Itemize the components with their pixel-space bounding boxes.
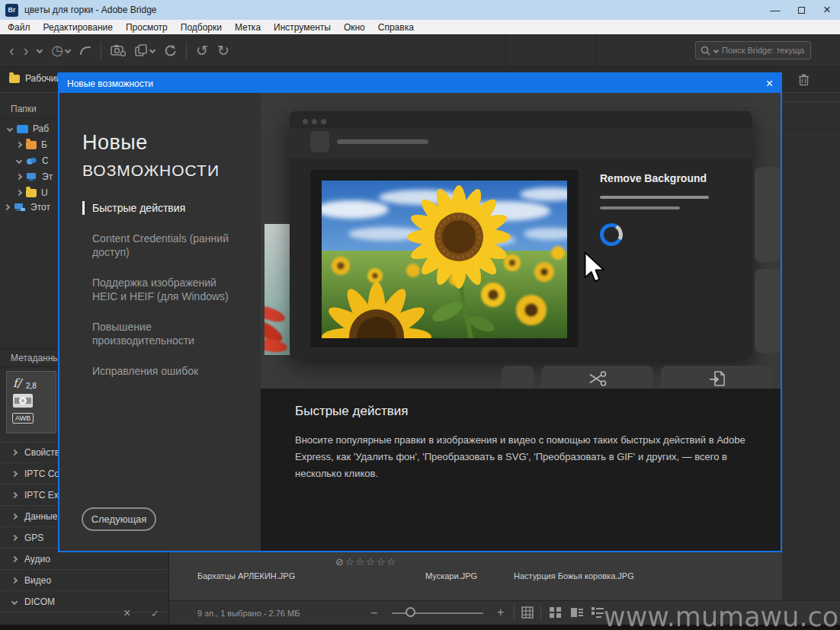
maximize-button[interactable]: [788, 0, 814, 20]
tab-metadata[interactable]: Метаданны: [11, 353, 59, 363]
export-file-icon: [709, 370, 726, 387]
metadata-apply-icon[interactable]: ✓: [151, 608, 159, 619]
exposure-meter-icon: [12, 393, 34, 408]
mockup-photo-frame: [310, 170, 579, 347]
new-document-icon[interactable]: [135, 44, 148, 56]
toolbar-divider: [101, 42, 101, 59]
panel-divider: [782, 101, 840, 102]
recent-files-icon[interactable]: ◷: [51, 43, 63, 57]
chevron-down-icon[interactable]: [7, 126, 13, 132]
close-button[interactable]: ×: [814, 0, 840, 20]
list-view-icon[interactable]: [591, 606, 604, 619]
white-balance-badge: AWB: [12, 413, 34, 424]
refresh-icon[interactable]: [164, 44, 177, 57]
camera-import-icon[interactable]: [111, 44, 126, 56]
thumbnail-view-icon[interactable]: [549, 606, 562, 619]
rating-stars[interactable]: ⊘☆☆☆☆☆: [335, 556, 397, 568]
window-dot: [312, 119, 317, 124]
tree-item-creative-cloud[interactable]: С: [17, 154, 49, 168]
folder-icon: [9, 75, 20, 83]
menu-edit[interactable]: Редактирование: [43, 22, 113, 33]
toolbar-divider: [186, 42, 187, 59]
file-label[interactable]: Настурция Божья коровка.JPG: [514, 571, 634, 580]
metadata-cancel-icon[interactable]: ×: [123, 606, 130, 620]
window-dot: [321, 119, 326, 124]
whats-new-dialog: Новые возможности × Новые ВОЗМОЖНОСТИ Бы…: [58, 72, 782, 552]
tree-item-libraries[interactable]: Б: [17, 138, 47, 152]
metadata-section-video[interactable]: Видео: [0, 570, 169, 591]
tree-item-network[interactable]: Этот: [5, 200, 50, 214]
aperture-value: 2,8: [26, 382, 37, 390]
metadata-section-dicom[interactable]: DICOM: [0, 591, 169, 612]
menu-tools[interactable]: Инструменты: [274, 22, 331, 33]
nav-item-performance[interactable]: Повышение производительности: [82, 320, 242, 347]
boomerang-icon[interactable]: [79, 44, 91, 56]
selection-info: 9 эл., 1 выбрано - 2.76 МБ: [197, 609, 300, 618]
scissors-icon: [588, 370, 607, 387]
menu-collections[interactable]: Подборки: [181, 22, 222, 33]
grid-lock-view-icon[interactable]: [521, 606, 534, 619]
network-computer-icon: [14, 203, 26, 213]
chevron-right-icon[interactable]: [16, 142, 22, 148]
action-card-crop: [541, 366, 653, 389]
rotate-left-icon[interactable]: ↺: [196, 43, 208, 58]
toolbar-seam: [595, 34, 596, 67]
partial-action-card: [502, 366, 534, 389]
nav-item-heic-heif[interactable]: Поддержка изображений HEIC и HEIF (для W…: [82, 276, 242, 303]
nav-item-quick-actions[interactable]: Быстрые действия: [82, 201, 242, 215]
chevron-down-icon[interactable]: [16, 158, 22, 164]
nav-item-bug-fixes[interactable]: Исправления ошибок: [82, 364, 242, 378]
nav-item-content-credentials[interactable]: Content Credentials (ранний доступ): [82, 232, 242, 259]
feature-nav-list: Быстрые действия Content Credentials (ра…: [82, 201, 242, 395]
zoom-in-button[interactable]: +: [497, 606, 504, 619]
menu-label[interactable]: Метка: [235, 22, 261, 33]
menu-view[interactable]: Просмотр: [126, 22, 168, 33]
toolbar-seam: [505, 34, 506, 67]
menu-file[interactable]: Файл: [8, 22, 30, 33]
forward-icon[interactable]: ›: [24, 43, 29, 58]
mouse-cursor: [581, 251, 607, 285]
details-view-icon[interactable]: [570, 606, 584, 619]
chevron-down-icon: [11, 598, 18, 604]
dialog-title: Новые возможности: [67, 78, 153, 89]
path-folder-label[interactable]: Рабочий: [25, 73, 61, 84]
chevron-right-icon: [11, 491, 18, 497]
menu-window[interactable]: Окно: [344, 22, 365, 33]
statusbar-divider: [514, 605, 515, 620]
chevron-right-icon: [11, 577, 18, 583]
file-label[interactable]: Бархатцы АРЛЕКИН.JPG: [197, 571, 295, 580]
chevron-right-icon[interactable]: [4, 204, 10, 210]
next-button[interactable]: Следующая: [82, 507, 156, 531]
new-document-dropdown-icon[interactable]: [149, 47, 155, 53]
feature-description-section: Быстрые действия Вносите популярные прав…: [261, 389, 782, 552]
metadata-placard: f/ 2,8 AWB: [6, 371, 56, 433]
tab-folders[interactable]: Папки: [11, 104, 37, 114]
back-icon[interactable]: ‹: [9, 43, 14, 58]
statusbar-divider: [540, 605, 541, 620]
search-scope-dropdown-icon[interactable]: [713, 47, 719, 53]
menu-help[interactable]: Справка: [378, 22, 414, 33]
tree-item-this-pc[interactable]: Эт: [17, 170, 53, 184]
slider-knob[interactable]: [406, 607, 415, 617]
partial-action-card: [755, 167, 781, 262]
chevron-right-icon[interactable]: [16, 190, 22, 196]
tree-item-users[interactable]: U: [17, 186, 48, 200]
zoom-out-button[interactable]: −: [370, 606, 377, 620]
mockup-text-placeholder: [600, 196, 709, 199]
sunflower-photo: [322, 181, 567, 338]
recent-dropdown-icon[interactable]: [65, 47, 71, 53]
rotate-right-icon[interactable]: ↻: [217, 43, 229, 58]
nav-dropdown-icon[interactable]: [37, 47, 43, 53]
aperture-symbol: f/: [13, 376, 21, 390]
feature-illustration: Remove Background: [261, 93, 782, 389]
tree-item-desktop[interactable]: Раб: [8, 122, 49, 136]
computer-icon: [26, 172, 37, 181]
search-box: [695, 41, 811, 59]
trash-icon[interactable]: [798, 73, 810, 86]
search-input[interactable]: [722, 46, 806, 55]
heading-line-2: ВОЗМОЖНОСТИ: [82, 161, 220, 180]
file-label[interactable]: Мускари.JPG: [425, 571, 477, 580]
chevron-right-icon[interactable]: [16, 174, 22, 180]
dialog-close-icon[interactable]: ×: [766, 78, 773, 90]
minimize-button[interactable]: —: [762, 0, 788, 20]
